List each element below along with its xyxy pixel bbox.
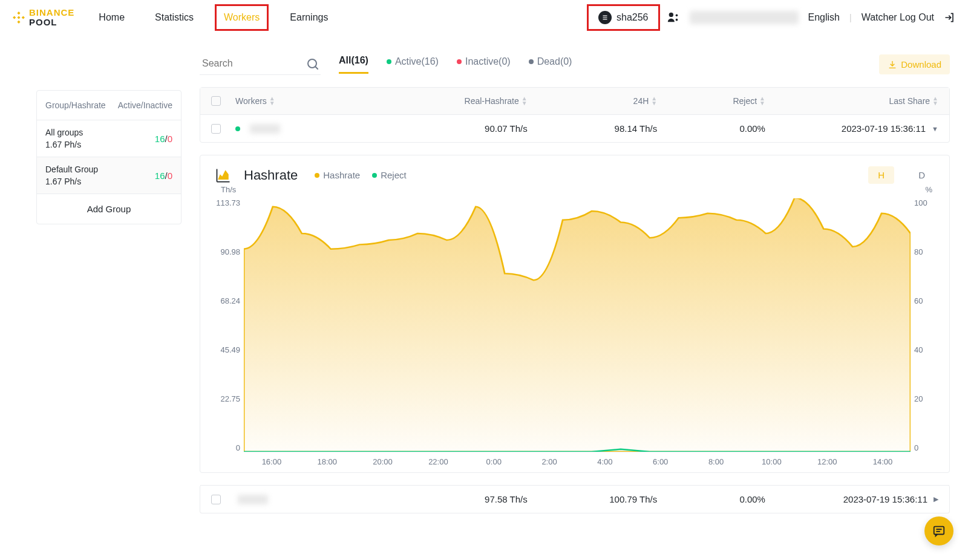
status-tabs: All(16) Active(16) Inactive(0) Dead(0)	[339, 55, 572, 74]
algo-icon	[598, 11, 612, 24]
group-inactive-count: 0	[168, 171, 172, 181]
sidebar-head-left: Group/Hashrate	[45, 100, 106, 110]
svg-point-5	[669, 13, 673, 17]
main-nav: Home Statistics Workers Earnings	[93, 7, 334, 28]
nav-workers[interactable]: Workers	[218, 7, 266, 28]
cell-real-hashrate: 90.07 Th/s	[376, 123, 527, 134]
legend-reject: Reject	[372, 170, 407, 180]
x-tick: 14:00	[855, 457, 911, 466]
search-input[interactable]	[202, 58, 293, 69]
cell-24h: 98.14 Th/s	[528, 123, 658, 134]
collapse-caret-icon[interactable]: ▼	[932, 125, 938, 132]
tab-dead[interactable]: Dead(0)	[529, 56, 572, 73]
add-group-button[interactable]: Add Group	[37, 194, 181, 224]
sidebar-header: Group/Hashrate Active/Inactive	[37, 91, 181, 120]
x-tick: 20:00	[355, 457, 411, 466]
x-tick: 10:00	[744, 457, 799, 466]
x-tick: 6:00	[633, 457, 688, 466]
group-rate: 1.67 Ph/s	[45, 140, 83, 149]
svg-rect-3	[17, 21, 20, 24]
sort-icon: ▲▼	[651, 96, 657, 106]
search-field[interactable]	[200, 54, 321, 75]
cell-real-hashrate: 97.58 Th/s	[376, 494, 527, 504]
tab-all[interactable]: All(16)	[339, 55, 368, 74]
group-row-default[interactable]: Default Group 1.67 Ph/s 16/0	[37, 157, 181, 194]
row-checkbox[interactable]	[211, 124, 221, 134]
worker-name-redacted	[250, 124, 280, 134]
workers-table-continued: 97.58 Th/s 100.79 Th/s 0.00% 2023-07-19 …	[200, 485, 950, 513]
x-tick: 0:00	[466, 457, 522, 466]
sidebar-head-right: Active/Inactive	[118, 100, 172, 110]
workers-toolbar: All(16) Active(16) Inactive(0) Dead(0) D…	[200, 54, 950, 75]
table-row[interactable]: 97.58 Th/s 100.79 Th/s 0.00% 2023-07-19 …	[200, 485, 949, 513]
download-icon	[888, 60, 897, 70]
table-row[interactable]: 90.07 Th/s 98.14 Th/s 0.00% 2023-07-19 1…	[200, 114, 949, 142]
timeframe-day[interactable]: D	[909, 166, 935, 184]
download-label: Download	[901, 59, 941, 70]
nav-earnings[interactable]: Earnings	[284, 7, 334, 28]
y-axis-right: 100 80 60 40 20 0	[911, 198, 935, 452]
cell-24h: 100.79 Th/s	[528, 494, 658, 504]
status-dot	[235, 126, 240, 131]
y-axis-left: 113.73 90.98 68.24 45.49 22.75 0	[215, 198, 244, 452]
cell-reject: 0.00%	[657, 494, 765, 504]
x-tick: 16:00	[244, 457, 299, 466]
algo-label: sha256	[616, 12, 649, 23]
x-tick: 22:00	[410, 457, 466, 466]
worker-name-redacted	[238, 495, 268, 504]
x-tick: 8:00	[688, 457, 744, 466]
tab-active[interactable]: Active(16)	[387, 56, 439, 73]
binance-logo-icon	[12, 11, 25, 24]
x-tick: 12:00	[799, 457, 855, 466]
group-rate: 1.67 Ph/s	[45, 177, 98, 186]
col-workers[interactable]: Workers▲▼	[235, 96, 376, 106]
col-reject[interactable]: Reject▲▼	[657, 96, 765, 106]
chat-icon	[932, 524, 946, 526]
expand-caret-icon[interactable]: ▶	[934, 495, 938, 503]
chart-plot-area[interactable]	[244, 198, 911, 452]
y-right-unit: %	[925, 185, 932, 194]
select-all-checkbox[interactable]	[211, 96, 221, 106]
search-icon[interactable]	[306, 57, 318, 70]
x-tick: 4:00	[577, 457, 633, 466]
group-name: Default Group	[45, 164, 98, 174]
svg-point-7	[675, 19, 678, 21]
svg-rect-1	[13, 16, 16, 19]
chart-title: Hashrate	[244, 168, 298, 183]
sort-icon: ▲▼	[522, 96, 528, 106]
logout-icon[interactable]	[944, 11, 956, 24]
algorithm-selector[interactable]: sha256	[590, 7, 657, 28]
x-axis: 16:0018:0020:0022:000:002:004:006:008:00…	[244, 452, 911, 466]
group-row-all[interactable]: All groups 1.67 Ph/s 16/0	[37, 120, 181, 157]
tab-inactive[interactable]: Inactive(0)	[457, 56, 511, 73]
hashrate-chart-panel: Hashrate Hashrate Reject H D Th/s % 113.…	[200, 155, 950, 473]
download-button[interactable]: Download	[879, 54, 950, 74]
workers-table: Workers▲▼ Real-Hashrate▲▼ 24H▲▼ Reject▲▼…	[200, 87, 950, 143]
watcher-logout[interactable]: Watcher Log Out	[862, 12, 934, 23]
separator: |	[849, 13, 852, 22]
sort-icon: ▲▼	[932, 96, 938, 106]
timeframe-hour[interactable]: H	[868, 166, 894, 184]
chart-icon	[215, 167, 232, 184]
logo[interactable]: BINANCE POOL	[12, 8, 74, 28]
svg-point-6	[675, 15, 678, 17]
group-active-count: 16	[155, 171, 165, 181]
cell-last-share: 2023-07-19 15:36:11▶	[765, 494, 938, 504]
cell-last-share: 2023-07-19 15:36:11▼	[765, 123, 938, 134]
row-checkbox[interactable]	[211, 495, 221, 504]
logo-text-top: BINANCE	[29, 8, 74, 18]
x-tick: 18:00	[299, 457, 355, 466]
table-header: Workers▲▼ Real-Hashrate▲▼ 24H▲▼ Reject▲▼…	[200, 88, 949, 114]
sort-icon: ▲▼	[759, 96, 765, 106]
x-tick: 2:00	[522, 457, 577, 466]
nav-home[interactable]: Home	[93, 7, 131, 28]
logo-text-bottom: POOL	[29, 18, 74, 28]
col-24h[interactable]: 24H▲▼	[528, 96, 658, 106]
col-last-share[interactable]: Last Share▲▼	[765, 96, 938, 106]
nav-statistics[interactable]: Statistics	[149, 7, 200, 28]
language-selector[interactable]: English	[808, 12, 840, 23]
group-active-count: 16	[155, 134, 165, 144]
account-icon[interactable]	[667, 11, 680, 24]
legend-hashrate: Hashrate	[315, 170, 360, 180]
col-real-hashrate[interactable]: Real-Hashrate▲▼	[376, 96, 527, 106]
